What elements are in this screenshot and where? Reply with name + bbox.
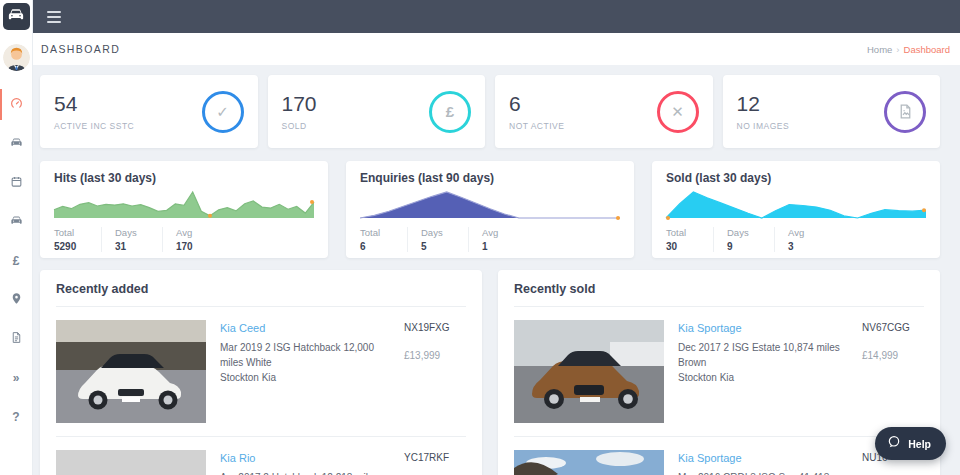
chart-card-row: Hits (last 30 days) Total5290 Days31 Avg… bbox=[40, 161, 940, 258]
vehicle-title-link[interactable]: Kia Sportage bbox=[678, 322, 854, 334]
stat-label: ACTIVE INC SSTC bbox=[54, 121, 134, 131]
car-icon bbox=[7, 6, 25, 28]
recently-added-card: Recently added Kia Ceed Mar 2019 2 ISG H… bbox=[40, 270, 482, 475]
question-icon: ? bbox=[12, 410, 19, 424]
calendar-icon bbox=[10, 175, 23, 191]
chevron-right-icon: › bbox=[896, 44, 899, 55]
breadcrumb-home-link[interactable]: Home bbox=[867, 44, 892, 55]
vehicle-dealer: Stockton Kia bbox=[220, 370, 396, 385]
sold-sparkline-chart bbox=[666, 188, 926, 222]
stat-value: 170 bbox=[282, 93, 317, 114]
vehicle-description: Dec 2017 2 ISG Estate 10,874 miles Brown bbox=[678, 340, 854, 370]
recently-sold-card: Recently sold Kia Sportage Dec 2017 2 IS… bbox=[498, 270, 940, 475]
vehicle-title-link[interactable]: Kia Rio bbox=[220, 452, 396, 464]
vehicle-info: Kia Rio Apr 2017 2 Hatchback 12,218 mile… bbox=[206, 450, 404, 475]
stat-card-sold[interactable]: 170 SOLD £ bbox=[268, 75, 486, 148]
hamburger-icon[interactable] bbox=[47, 11, 61, 23]
stat-card-no-images[interactable]: 12 NO IMAGES bbox=[723, 75, 941, 148]
user-avatar[interactable] bbox=[3, 44, 30, 71]
vehicle-registration: NX19FXG bbox=[404, 322, 466, 333]
check-icon: ✓ bbox=[202, 91, 244, 133]
sidebar-item-vehicles[interactable] bbox=[0, 124, 32, 163]
sidebar-nav: £ » ? bbox=[0, 85, 32, 436]
list-title: Recently sold bbox=[514, 282, 924, 307]
stat-value: 54 bbox=[54, 93, 134, 114]
car-icon bbox=[10, 136, 23, 152]
vehicle-price: £13,999 bbox=[404, 350, 466, 361]
car-icon bbox=[10, 214, 23, 230]
page-title: DASHBOARD bbox=[41, 43, 120, 55]
sidebar-item-collapse[interactable]: » bbox=[0, 358, 32, 397]
enquiries-sparkline-chart bbox=[360, 188, 620, 222]
stat-card-not-active[interactable]: 6 NOT ACTIVE ✕ bbox=[495, 75, 713, 148]
stat-label: SOLD bbox=[282, 121, 317, 131]
sidebar-item-support[interactable]: ? bbox=[0, 397, 32, 436]
vehicle-meta: NX19FXG £13,999 bbox=[404, 320, 466, 423]
vehicle-description: Mar 2016 CRDI 3 ISG Suv 41,413 miles Whi… bbox=[678, 470, 854, 475]
vehicle-lists-row: Recently added Kia Ceed Mar 2019 2 ISG H… bbox=[40, 270, 940, 475]
image-coming-soon-text: Image Coming Soon bbox=[56, 450, 206, 475]
cross-icon: ✕ bbox=[657, 91, 699, 133]
list-item: Kia Ceed Mar 2019 2 ISG Hatchback 12,000… bbox=[56, 307, 466, 437]
vehicle-price: £14,999 bbox=[862, 350, 924, 361]
vehicle-meta: YC17RKF £8,999 bbox=[404, 450, 466, 475]
vehicle-title-link[interactable]: Kia Ceed bbox=[220, 322, 396, 334]
topbar bbox=[33, 0, 960, 33]
enquiries-chart-card: Enquiries (last 90 days) Total6 Days5 Av… bbox=[346, 161, 634, 258]
stat-value: 6 bbox=[509, 93, 564, 114]
vehicle-description: Apr 2017 2 Hatchback 12,218 miles Red bbox=[220, 470, 396, 475]
list-item: Kia Sportage Mar 2016 CRDI 3 ISG Suv 41,… bbox=[514, 437, 924, 475]
chart-title: Enquiries (last 90 days) bbox=[360, 171, 620, 185]
stat-card-row: 54 ACTIVE INC SSTC ✓ 170 SOLD £ 6 NOT AC… bbox=[40, 75, 940, 148]
help-button[interactable]: Help bbox=[875, 427, 946, 460]
stat-label: NO IMAGES bbox=[737, 121, 790, 131]
list-item: Kia Sportage Dec 2017 2 ISG Estate 10,87… bbox=[514, 307, 924, 437]
vehicle-photo-placeholder[interactable]: Image Coming Soon bbox=[56, 450, 206, 475]
image-file-icon bbox=[884, 91, 926, 133]
sidebar-item-stock[interactable] bbox=[0, 202, 32, 241]
pound-icon: £ bbox=[13, 254, 20, 268]
vehicle-description: Mar 2019 2 ISG Hatchback 12,000 miles Wh… bbox=[220, 340, 396, 370]
sidebar-item-reports[interactable] bbox=[0, 319, 32, 358]
stat-value: 12 bbox=[737, 93, 790, 114]
list-item: Image Coming Soon Kia Rio Apr 2017 2 Hat… bbox=[56, 437, 466, 475]
breadcrumb-current: Dashboard bbox=[904, 44, 950, 55]
sidebar-item-sales[interactable]: £ bbox=[0, 241, 32, 280]
vehicle-info: Kia Sportage Mar 2016 CRDI 3 ISG Suv 41,… bbox=[664, 450, 862, 475]
double-chevron-right-icon: » bbox=[13, 371, 20, 385]
list-title: Recently added bbox=[56, 282, 466, 307]
content: 54 ACTIVE INC SSTC ✓ 170 SOLD £ 6 NOT AC… bbox=[33, 65, 960, 475]
page-header: DASHBOARD Home › Dashboard bbox=[33, 33, 960, 65]
document-icon bbox=[10, 331, 23, 347]
main-area: DASHBOARD Home › Dashboard 54 ACTIVE INC… bbox=[33, 0, 960, 475]
sold-chart-card: Sold (last 30 days) Total30 Days9 Avg3 bbox=[652, 161, 940, 258]
sidebar-item-dashboard[interactable] bbox=[0, 85, 32, 124]
map-pin-icon bbox=[10, 292, 23, 308]
help-button-label: Help bbox=[908, 438, 931, 450]
stat-card-active[interactable]: 54 ACTIVE INC SSTC ✓ bbox=[40, 75, 258, 148]
speedometer-icon bbox=[10, 97, 23, 113]
vehicle-registration: NV67CGG bbox=[862, 322, 924, 333]
vehicle-info: Kia Ceed Mar 2019 2 ISG Hatchback 12,000… bbox=[206, 320, 404, 423]
sidebar-item-locations[interactable] bbox=[0, 280, 32, 319]
vehicle-photo[interactable] bbox=[514, 450, 664, 475]
app-root: £ » ? DASHBOARD Home › Dashboard 54 bbox=[0, 0, 960, 475]
vehicle-photo[interactable] bbox=[514, 320, 664, 423]
chart-stats: Total5290 Days31 Avg170 bbox=[54, 227, 314, 252]
hits-chart-card: Hits (last 30 days) Total5290 Days31 Avg… bbox=[40, 161, 328, 258]
vehicle-title-link[interactable]: Kia Sportage bbox=[678, 452, 854, 464]
hits-sparkline-chart bbox=[54, 188, 314, 222]
chart-stats: Total6 Days5 Avg1 bbox=[360, 227, 620, 252]
chart-stats: Total30 Days9 Avg3 bbox=[666, 227, 926, 252]
sidebar-item-calendar[interactable] bbox=[0, 163, 32, 202]
breadcrumb: Home › Dashboard bbox=[867, 44, 950, 55]
chart-title: Hits (last 30 days) bbox=[54, 171, 314, 185]
vehicle-photo[interactable] bbox=[56, 320, 206, 423]
stat-label: NOT ACTIVE bbox=[509, 121, 564, 131]
vehicle-info: Kia Sportage Dec 2017 2 ISG Estate 10,87… bbox=[664, 320, 862, 423]
brand-logo[interactable] bbox=[3, 3, 30, 30]
pound-icon: £ bbox=[429, 91, 471, 133]
vehicle-registration: YC17RKF bbox=[404, 452, 466, 463]
chat-bubble-icon bbox=[886, 434, 902, 454]
vehicle-meta: NV67CGG £14,999 bbox=[862, 320, 924, 423]
